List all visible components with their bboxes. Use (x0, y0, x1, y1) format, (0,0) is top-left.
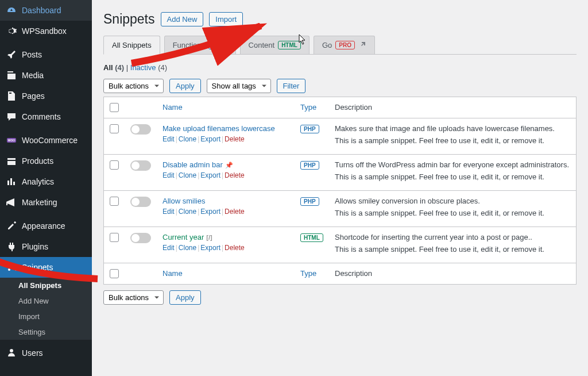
snippet-description: Turns off the WordPress admin bar for ev… (329, 155, 577, 191)
table-row: Disable admin bar📌Edit|Clone|Export|Dele… (104, 155, 577, 191)
filter-all[interactable]: All (4) (103, 63, 124, 72)
submenu-all-snippets[interactable]: All Snippets (0, 278, 92, 293)
snippet-description: Shortcode for inserting the current year… (329, 227, 577, 263)
apply-button[interactable]: Apply (169, 79, 201, 93)
tab-badge: PHP (208, 41, 227, 49)
clone-link[interactable]: Clone (179, 171, 196, 179)
type-badge: PHP (300, 161, 319, 170)
bulk-actions-select[interactable]: Bulk actions (103, 79, 164, 93)
sidebar-item-label: Dashboard (22, 6, 61, 15)
woo-icon: WOO (6, 135, 17, 146)
snippet-description: Allows smiley conversion in obscure plac… (329, 191, 577, 227)
gear-icon (6, 25, 17, 37)
snippet-title[interactable]: Make upload filenames lowercase (163, 124, 275, 133)
row-checkbox[interactable] (110, 124, 119, 133)
analytics-icon (6, 176, 17, 187)
sidebar-item-label: Comments (22, 112, 61, 121)
submenu-import[interactable]: Import (0, 309, 92, 320)
select-all-checkbox[interactable] (110, 103, 119, 112)
add-new-button[interactable]: Add New (161, 12, 204, 26)
col-description: Description (329, 97, 577, 118)
sidebar-item-media[interactable]: Media (0, 65, 92, 86)
toggle-switch[interactable] (130, 233, 151, 243)
snippet-title[interactable]: Allow smilies (163, 197, 205, 205)
dashboard-icon (6, 5, 17, 16)
clone-link[interactable]: Clone (179, 208, 196, 216)
bulk-actions-select-bottom[interactable]: Bulk actions (103, 290, 164, 305)
tablenav-top: Bulk actions Apply Show all tags Filter (103, 79, 577, 93)
col-type-foot[interactable]: Type (300, 269, 316, 278)
col-name[interactable]: Name (163, 103, 183, 112)
tablenav-bottom: Bulk actions Apply (103, 290, 577, 305)
sidebar-item-plugins[interactable]: Plugins (0, 236, 92, 257)
sidebar-item-woocommerce[interactable]: WOOWooCommerce (0, 130, 92, 151)
edit-link[interactable]: Edit (163, 171, 175, 179)
plugin-icon (6, 241, 17, 252)
row-actions: Edit|Clone|Export|Delete (163, 171, 289, 179)
sidebar-item-appearance[interactable]: Appearance (0, 216, 92, 236)
export-link[interactable]: Export (200, 208, 220, 216)
pin-icon: 📌 (225, 162, 233, 168)
external-link-icon (359, 41, 366, 49)
toggle-switch[interactable] (130, 197, 151, 207)
sidebar-item-label: Pages (22, 91, 45, 101)
tab-go[interactable]: GoPRO (314, 36, 375, 54)
snippet-title[interactable]: Disable admin bar (163, 160, 223, 169)
row-checkbox[interactable] (110, 197, 119, 206)
filter-button[interactable]: Filter (277, 79, 306, 93)
row-actions: Edit|Clone|Export|Delete (163, 135, 289, 143)
sidebar-item-marketing[interactable]: Marketing (0, 192, 92, 213)
submenu-add-new[interactable]: Add New (0, 293, 92, 309)
sidebar-item-pages[interactable]: Pages (0, 86, 92, 106)
col-type[interactable]: Type (300, 103, 316, 112)
page-title: Snippets (103, 11, 155, 27)
apply-button-bottom[interactable]: Apply (169, 290, 201, 305)
delete-link[interactable]: Delete (225, 135, 245, 143)
edit-link[interactable]: Edit (163, 135, 175, 143)
sidebar-item-wpsandbox[interactable]: WPSandbox (0, 21, 92, 41)
tab-all-snippets[interactable]: All Snippets (103, 36, 160, 55)
row-checkbox[interactable] (110, 160, 119, 170)
admin-sidebar: DashboardWPSandboxPostsMediaPagesComment… (0, 0, 92, 320)
delete-link[interactable]: Delete (225, 244, 245, 252)
sidebar-item-label: Appearance (22, 221, 65, 231)
tab-label: Go (322, 41, 332, 49)
table-row: Make upload filenames lowercaseEdit|Clon… (104, 118, 577, 155)
type-badge: HTML (300, 233, 323, 242)
delete-link[interactable]: Delete (225, 208, 245, 216)
tab-label: Functions (173, 41, 205, 49)
toggle-switch[interactable] (130, 160, 151, 171)
snippet-title[interactable]: Current year (163, 233, 204, 241)
export-link[interactable]: Export (200, 135, 220, 143)
export-link[interactable]: Export (200, 244, 220, 252)
sidebar-item-label: Analytics (22, 177, 54, 186)
col-description-foot: Description (329, 263, 577, 285)
tags-select[interactable]: Show all tags (207, 79, 271, 93)
clone-link[interactable]: Clone (179, 135, 196, 143)
page-icon (6, 90, 17, 102)
tab-functions[interactable]: FunctionsPHP (164, 36, 236, 54)
import-button[interactable]: Import (209, 12, 243, 26)
tab-content[interactable]: ContentHTML (240, 36, 310, 54)
sidebar-item-products[interactable]: Products (0, 151, 92, 171)
appearance-icon (6, 220, 17, 232)
export-link[interactable]: Export (200, 171, 220, 179)
sidebar-item-label: WooCommerce (22, 136, 78, 145)
edit-link[interactable]: Edit (163, 208, 175, 216)
row-checkbox[interactable] (110, 233, 119, 242)
sidebar-item-posts[interactable]: Posts (0, 44, 92, 65)
sidebar-item-analytics[interactable]: Analytics (0, 171, 92, 192)
type-badge: PHP (300, 197, 319, 206)
select-all-checkbox-bottom[interactable] (110, 269, 119, 278)
clone-link[interactable]: Clone (179, 244, 196, 252)
col-name-foot[interactable]: Name (163, 269, 183, 278)
tabs: All SnippetsFunctionsPHPContentHTMLGoPRO (103, 36, 577, 55)
sidebar-item-comments[interactable]: Comments (0, 106, 92, 127)
delete-link[interactable]: Delete (225, 171, 245, 179)
edit-link[interactable]: Edit (163, 244, 175, 252)
toggle-switch[interactable] (130, 124, 151, 135)
sidebar-item-dashboard[interactable]: Dashboard (0, 0, 92, 21)
snippets-table: Name Type Description Make upload filena… (103, 97, 577, 285)
filter-inactive[interactable]: Inactive (4) (130, 63, 167, 72)
sidebar-item-snippets[interactable]: Snippets (0, 257, 92, 278)
